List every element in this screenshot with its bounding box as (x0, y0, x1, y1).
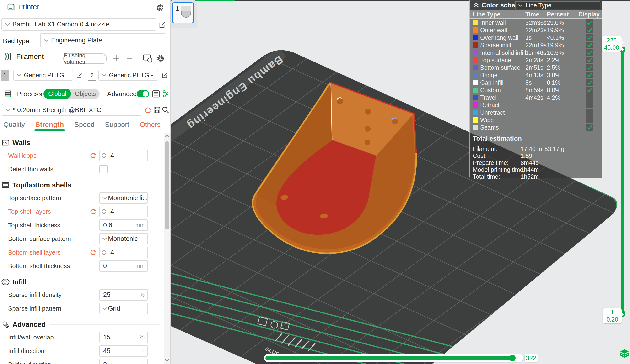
spinner-down-icon[interactable] (102, 156, 106, 158)
setting-control-top-shell-thickness[interactable]: 0.6mm (100, 219, 148, 231)
tab-strength[interactable]: Strength (35, 121, 64, 131)
layers-icon[interactable] (620, 349, 629, 358)
edit-printer-preset-button[interactable] (158, 20, 167, 29)
reset-value-button[interactable] (89, 152, 96, 160)
scope-objects-option[interactable]: Objects (71, 90, 100, 98)
display-checkbox-bottom-surface[interactable] (586, 64, 593, 71)
setting-control-bottom-shell-layers[interactable]: 4 (100, 247, 148, 258)
display-checkbox-overhang-wall[interactable] (586, 34, 593, 41)
search-settings-shortcut-button[interactable] (162, 89, 170, 98)
settings-scrollbar[interactable] (164, 133, 170, 364)
setting-row-top-surface-pattern: Top surface patternMonotonic li... (2, 192, 164, 204)
advanced-mode-toggle[interactable] (137, 90, 149, 97)
display-checkbox-custom[interactable] (586, 87, 593, 94)
select-top-surface-pattern[interactable]: Monotonic li... (100, 192, 148, 204)
select-sparse-infill-pattern[interactable]: Grid (100, 303, 148, 314)
add-filament-button[interactable] (112, 54, 120, 62)
settings-scroll-area[interactable]: WallsWall loops4Detect thin wallsTop/bot… (0, 133, 164, 364)
bed-type-select[interactable]: Engineering Plate (40, 33, 166, 47)
input-infill-direction[interactable]: 45° (100, 345, 148, 357)
plate-thumbnail-card[interactable]: 1 (170, 0, 197, 28)
printer-preset-select[interactable]: Bambu Lab X1 Carbon 0.4 nozzle (2, 18, 156, 30)
input-infill-wall-overlap[interactable]: 15% (100, 332, 148, 343)
process-preset-select[interactable]: * 0.20mm Strength @BBL X1C (2, 104, 142, 116)
spinner-down-icon[interactable] (102, 212, 106, 214)
setting-row-bottom-shell-layers: Bottom shell layers4 (2, 246, 164, 258)
collapse-icon[interactable] (472, 2, 480, 8)
edit-filament-1-button[interactable] (75, 71, 84, 80)
filament-settings-button[interactable] (156, 53, 165, 63)
spinner-up-icon[interactable] (102, 249, 106, 252)
remove-filament-button[interactable] (125, 54, 134, 62)
display-checkbox-retract[interactable] (586, 101, 593, 108)
layer-slider-track[interactable] (621, 50, 624, 314)
ams-sync-button[interactable] (142, 53, 153, 63)
display-checkbox-seams[interactable] (586, 124, 593, 131)
spinner-arrows[interactable] (102, 209, 106, 214)
display-checkbox-gap-infill[interactable] (586, 79, 593, 86)
spinner-bottom-shell-layers[interactable]: 4 (100, 247, 148, 258)
reset-preset-button[interactable] (144, 106, 152, 114)
input-bridge-direction[interactable]: 0° (100, 359, 148, 364)
setting-control-wall-loops[interactable]: 4 (100, 150, 148, 161)
filament-2-badge[interactable]: 2 (88, 70, 96, 81)
flushing-volumes-button[interactable]: Flushing volumes (63, 53, 107, 64)
input-bottom-shell-thickness[interactable]: 0mm (100, 260, 148, 272)
display-checkbox-unretract[interactable] (586, 109, 593, 116)
spinner-wall-loops[interactable]: 4 (100, 150, 148, 161)
spinner-arrows[interactable] (102, 153, 106, 158)
tab-others[interactable]: Others (140, 121, 160, 131)
tab-quality[interactable]: Quality (3, 121, 25, 131)
setting-control-infill-direction[interactable]: 45° (100, 345, 148, 357)
search-settings-button[interactable] (162, 106, 170, 114)
filament-2-select[interactable]: Generic PETG - Ge... (98, 70, 158, 81)
spinner-up-icon[interactable] (102, 153, 106, 155)
setting-control-detect-thin-walls[interactable] (100, 165, 108, 173)
setting-control-top-shell-layers[interactable]: 4 (100, 206, 148, 217)
spinner-down-icon[interactable] (102, 253, 106, 255)
process-scope-toggle[interactable]: Global Objects (44, 89, 100, 99)
spinner-arrows[interactable] (102, 249, 106, 255)
setting-control-sparse-infill-pattern[interactable]: Grid (100, 303, 148, 314)
setting-control-bridge-direction[interactable]: 0° (100, 359, 148, 364)
scope-global-option[interactable]: Global (44, 89, 71, 99)
setting-control-bottom-shell-thickness[interactable]: 0mm (100, 260, 148, 272)
setting-control-sparse-infill-density[interactable]: 25% (100, 289, 148, 301)
scrollbar-thumb[interactable] (165, 141, 169, 229)
display-checkbox-bridge[interactable] (586, 72, 593, 78)
setting-control-top-surface-pattern[interactable]: Monotonic li... (100, 192, 148, 204)
display-checkbox-travel[interactable] (586, 94, 593, 101)
display-checkbox-internal-solid-infill[interactable] (586, 49, 593, 56)
edit-filament-2-button[interactable] (160, 71, 170, 80)
setting-control-bottom-surface-pattern[interactable]: Monotonic (100, 233, 148, 244)
spinner-top-shell-layers[interactable]: 4 (100, 206, 148, 217)
compare-presets-button[interactable] (152, 89, 160, 98)
reset-value-button[interactable] (89, 208, 96, 216)
scroll-down-icon[interactable] (164, 357, 170, 363)
plate-thumbnail-selected-frame[interactable]: 1 (172, 2, 194, 23)
line-type-percent: 0.1% (547, 79, 560, 86)
checkbox-detect-thin-walls[interactable] (100, 165, 108, 173)
tab-speed[interactable]: Speed (74, 121, 94, 131)
color-scheme-select[interactable]: Line Type (515, 1, 600, 9)
reset-value-button[interactable] (89, 249, 96, 257)
tab-support[interactable]: Support (105, 121, 129, 131)
scroll-up-icon[interactable] (164, 134, 170, 139)
display-checkbox-outer-wall[interactable] (586, 26, 593, 33)
printer-settings-button[interactable] (155, 3, 165, 12)
display-checkbox-wipe[interactable] (586, 116, 593, 123)
select-bottom-surface-pattern[interactable]: Monotonic (100, 233, 148, 244)
move-slider-track[interactable] (264, 354, 524, 362)
filament-1-badge[interactable]: 1 (1, 70, 9, 81)
setting-control-infill-wall-overlap[interactable]: 15% (100, 332, 148, 343)
filament-1-select[interactable]: Generic PETG (14, 70, 73, 81)
spinner-up-icon[interactable] (102, 209, 106, 211)
display-checkbox-inner-wall[interactable] (586, 19, 593, 26)
move-slider-handle[interactable] (509, 355, 516, 361)
estimation-label: Filament: (473, 146, 498, 153)
display-checkbox-sparse-infill[interactable] (586, 41, 593, 48)
input-sparse-infill-density[interactable]: 25% (100, 289, 148, 301)
input-top-shell-thickness[interactable]: 0.6mm (100, 219, 148, 231)
display-checkbox-top-surface[interactable] (586, 56, 593, 63)
save-preset-button[interactable] (153, 106, 161, 114)
